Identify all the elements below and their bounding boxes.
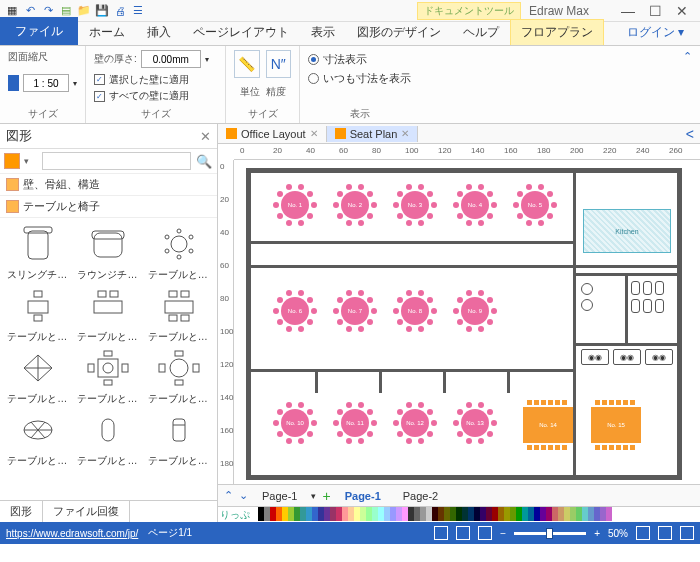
svg-point-6 <box>189 235 193 239</box>
unit-label: 単位 <box>240 85 260 99</box>
status-bar: https://www.edrawsoft.com/jp/ ページ1/1 − +… <box>0 522 700 544</box>
page-up-icon[interactable]: ⌃ <box>224 489 233 502</box>
shapes-lib-dropdown-icon[interactable]: ▾ <box>24 156 38 166</box>
unit-button[interactable]: 📏 <box>234 50 260 78</box>
shape-item[interactable]: テーブルと椅... <box>4 408 72 468</box>
view-page-icon[interactable] <box>478 526 492 540</box>
doc-tab-seat[interactable]: Seat Plan✕ <box>327 126 419 142</box>
shape-item[interactable]: ラウンジチェア <box>74 222 142 282</box>
fullscreen-icon[interactable] <box>680 526 694 540</box>
shape-item[interactable]: テーブルと椅... <box>74 346 142 406</box>
wall <box>507 369 510 393</box>
fit-width-icon[interactable] <box>636 526 650 540</box>
svg-rect-35 <box>193 364 199 372</box>
shapes-lib-icon[interactable] <box>4 153 20 169</box>
maximize-button[interactable]: ☐ <box>649 3 662 19</box>
precision-button[interactable]: N″ <box>266 50 292 78</box>
dim-show-radio[interactable]: 寸法表示 <box>308 52 412 67</box>
tab-insert[interactable]: 挿入 <box>136 19 182 45</box>
scale-input[interactable] <box>23 74 69 92</box>
search-icon[interactable]: 🔍 <box>195 154 213 169</box>
shapes-close-icon[interactable]: ✕ <box>200 129 211 144</box>
shapes-footer-recover[interactable]: ファイル回復 <box>43 501 130 522</box>
view-outline-icon[interactable] <box>456 526 470 540</box>
close-icon[interactable]: ✕ <box>310 128 318 139</box>
scale-icon[interactable] <box>8 75 19 91</box>
add-page-icon[interactable]: + <box>322 488 330 504</box>
round-table[interactable]: No. 12 <box>393 401 437 445</box>
tab-floorplan[interactable]: フロアプラン <box>510 19 604 45</box>
round-table[interactable]: No. 7 <box>333 289 377 333</box>
canvas[interactable]: Kitchen ◉◉ ◉◉ ◉◉ <box>234 160 700 484</box>
round-table[interactable]: No. 2 <box>333 183 377 227</box>
svg-rect-34 <box>159 364 165 372</box>
scale-dropdown-icon[interactable]: ▾ <box>73 79 77 88</box>
shape-item[interactable]: テーブルと椅... <box>145 408 213 468</box>
doc-tab-office[interactable]: Office Layout✕ <box>218 126 327 142</box>
view-normal-icon[interactable] <box>434 526 448 540</box>
shapes-search-input[interactable] <box>42 152 191 170</box>
round-table[interactable]: No. 1 <box>273 183 317 227</box>
shapes-footer-shape[interactable]: 図形 <box>0 501 43 522</box>
category-tables[interactable]: テーブルと椅子 <box>0 196 217 218</box>
tab-file[interactable]: ファイル <box>0 17 78 45</box>
shape-item[interactable]: テーブルと椅... <box>4 284 72 344</box>
zoom-slider[interactable] <box>514 532 586 535</box>
page-down-icon[interactable]: ⌄ <box>239 489 248 502</box>
shape-item[interactable]: テーブルと椅... <box>145 284 213 344</box>
fit-page-icon[interactable] <box>658 526 672 540</box>
rect-table[interactable]: No. 14 <box>523 407 573 443</box>
apply-all-walls[interactable]: ✓すべての壁に適用 <box>94 88 217 104</box>
round-table[interactable]: No. 3 <box>393 183 437 227</box>
shape-item[interactable]: テーブルと椅... <box>74 284 142 344</box>
shape-item[interactable]: テーブルと椅... <box>4 346 72 406</box>
options-icon[interactable]: ☰ <box>130 3 146 19</box>
page-1-active[interactable]: Page-1 <box>337 488 389 504</box>
tab-view[interactable]: 表示 <box>300 19 346 45</box>
apply-selected-wall[interactable]: ✓選択した壁に適用 <box>94 72 217 88</box>
status-url[interactable]: https://www.edrawsoft.com/jp/ <box>6 528 138 539</box>
minimize-button[interactable]: — <box>621 3 635 19</box>
round-table[interactable]: No. 4 <box>453 183 497 227</box>
shape-thumb <box>9 222 67 266</box>
round-table[interactable]: No. 9 <box>453 289 497 333</box>
tab-help[interactable]: ヘルプ <box>452 19 510 45</box>
round-table[interactable]: No. 8 <box>393 289 437 333</box>
page-1-left[interactable]: Page-1 <box>254 488 305 504</box>
page-2[interactable]: Page-2 <box>395 488 446 504</box>
tab-shapedesign[interactable]: 図形のデザイン <box>346 19 452 45</box>
open-icon[interactable]: 📁 <box>76 3 92 19</box>
tab-home[interactable]: ホーム <box>78 19 136 45</box>
zoom-out-icon[interactable]: − <box>500 528 506 539</box>
color-strip: りっぷ <box>218 506 700 522</box>
tabs-scroll-icon[interactable]: < <box>680 126 700 142</box>
login-link[interactable]: ログイン ▾ <box>617 20 700 45</box>
round-table[interactable]: No. 13 <box>453 401 497 445</box>
scale-group-label: サイズ <box>8 105 77 121</box>
rect-table[interactable]: No. 15 <box>591 407 641 443</box>
ribbon-collapse-icon[interactable]: ⌃ <box>675 46 700 123</box>
zoom-in-icon[interactable]: + <box>594 528 600 539</box>
shape-item[interactable]: テーブルと椅... <box>74 408 142 468</box>
close-button[interactable]: ✕ <box>676 3 688 19</box>
shape-item[interactable]: テーブルと椅... <box>145 222 213 282</box>
shape-item[interactable]: テーブルと椅... <box>145 346 213 406</box>
category-walls[interactable]: 壁、骨組、構造 <box>0 174 217 196</box>
page-dropdown-icon[interactable]: ▾ <box>311 491 316 501</box>
wall <box>379 369 382 393</box>
round-table[interactable]: No. 5 <box>513 183 557 227</box>
tab-pagelayout[interactable]: ページレイアウト <box>182 19 300 45</box>
close-icon[interactable]: ✕ <box>401 128 409 139</box>
print-icon[interactable]: 🖨 <box>112 3 128 19</box>
round-table[interactable]: No. 11 <box>333 401 377 445</box>
shape-thumb <box>150 222 208 266</box>
wall-thickness-input[interactable] <box>141 50 201 68</box>
shape-item[interactable]: スリングチェア <box>4 222 72 282</box>
dim-always-radio[interactable]: いつも寸法を表示 <box>308 71 412 86</box>
color-swatch[interactable] <box>606 507 612 521</box>
wall-dropdown-icon[interactable]: ▾ <box>205 55 209 64</box>
save-icon[interactable]: 💾 <box>94 3 110 19</box>
round-table[interactable]: No. 6 <box>273 289 317 333</box>
precision-label: 精度 <box>266 85 286 99</box>
round-table[interactable]: No. 10 <box>273 401 317 445</box>
